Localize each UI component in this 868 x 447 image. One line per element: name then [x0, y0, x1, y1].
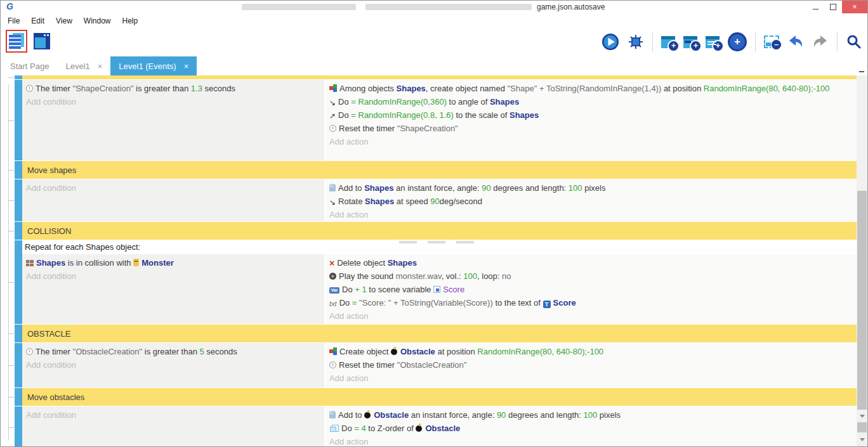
text-segment: "ObstacleCreation": [73, 347, 143, 356]
actions-column[interactable]: Add to Obstacle an instant force, angle:…: [324, 406, 857, 446]
tab-level1[interactable]: Level1×: [57, 56, 110, 75]
add-action-link[interactable]: Add action: [329, 309, 852, 323]
scrollbar-thumb-secondary[interactable]: [857, 422, 867, 432]
event-drag-bar[interactable]: [15, 161, 22, 179]
add-condition-link[interactable]: Add condition: [26, 358, 319, 372]
add-other-event-button[interactable]: +: [728, 32, 747, 51]
add-action-link[interactable]: Add action: [329, 435, 852, 446]
event-drag-bar[interactable]: [15, 388, 22, 406]
menu-help[interactable]: Help: [117, 16, 144, 25]
add-action-link[interactable]: Add action: [329, 208, 852, 221]
text-segment: at position: [661, 84, 704, 93]
scroll-down-button[interactable]: [857, 435, 867, 444]
actions-column[interactable]: ×Delete object ShapesPlay the sound mons…: [324, 254, 857, 324]
conditions-column[interactable]: The timer "ShapeCreation" is greater tha…: [22, 80, 324, 160]
add-sub-event-button[interactable]: +: [683, 36, 697, 48]
debug-button[interactable]: [628, 34, 644, 50]
condition-line[interactable]: The timer "ShapeCreation" is greater tha…: [26, 82, 319, 95]
close-tab-icon[interactable]: ×: [98, 62, 103, 71]
event-drag-bar[interactable]: [15, 75, 22, 79]
conditions-column[interactable]: Shapes is in collision with MonsterAdd c…: [22, 254, 324, 324]
scale-icon: ↗: [329, 112, 336, 120]
text-segment: monster.wav: [396, 271, 442, 281]
close-tab-icon[interactable]: ×: [184, 62, 189, 71]
vertical-scrollbar[interactable]: [857, 75, 867, 446]
action-line[interactable]: Add to Obstacle an instant force, angle:…: [329, 408, 852, 422]
actions-column[interactable]: Add to Shapes an instant force, angle: 9…: [324, 179, 857, 221]
text-segment: + 1: [355, 285, 366, 294]
actions-column[interactable]: Create object Obstacle at position Rando…: [324, 343, 857, 387]
text-segment: Delete object: [337, 258, 388, 268]
action-line[interactable]: Reset the timer "ObstacleCreation": [329, 358, 852, 372]
action-line[interactable]: Create object Obstacle at position Rando…: [329, 345, 852, 358]
actions-column[interactable]: Among objects Shapes, create object name…: [324, 80, 857, 160]
action-line[interactable]: Add to Shapes an instant force, angle: 9…: [329, 181, 852, 195]
add-event-button[interactable]: +: [661, 36, 675, 48]
action-line[interactable]: ↘Do = RandomInRange(0,360) to angle of S…: [329, 95, 852, 108]
undo-button[interactable]: [787, 34, 804, 50]
text-segment: RandomInRange(80, 640-80);-100: [704, 84, 830, 93]
text-segment: = 4: [354, 424, 365, 433]
timer-icon: [329, 361, 336, 368]
scrollbar-thumb[interactable]: [857, 191, 867, 410]
action-line[interactable]: Play the sound monster.wav, vol.: 100, l…: [329, 269, 852, 283]
preview-play-button[interactable]: [602, 33, 619, 51]
repeat-header[interactable]: Repeat for each Shapes object:: [22, 240, 857, 254]
event-drag-bar[interactable]: [15, 325, 22, 342]
conditions-column[interactable]: Add condition: [22, 406, 324, 446]
action-line[interactable]: VarDo + 1 to scene variable Score: [329, 283, 852, 296]
variable-icon: Var: [329, 287, 339, 294]
group-header: Move shapes: [15, 161, 857, 179]
project-manager-icon[interactable]: [9, 33, 24, 49]
action-line[interactable]: Reset the timer "ShapeCreation": [329, 122, 852, 135]
action-line[interactable]: ×Delete object Shapes: [329, 256, 852, 269]
text-segment: is greater than: [142, 347, 199, 356]
redo-button[interactable]: [812, 34, 829, 50]
search-button[interactable]: [846, 34, 862, 50]
minimize-button[interactable]: [806, 1, 824, 13]
action-line[interactable]: Do = 4 to Z-order of Obstacle: [329, 422, 852, 435]
action-line[interactable]: ↗Do = RandomInRange(0.8, 1.6) to the sca…: [329, 108, 852, 122]
event-drag-bar[interactable]: [15, 240, 22, 324]
add-condition-link[interactable]: Add condition: [26, 269, 319, 283]
add-comment-button[interactable]: +: [706, 36, 720, 48]
condition-line[interactable]: The timer "ObstacleCreation" is greater …: [26, 345, 319, 358]
scroll-down-button[interactable]: [857, 411, 867, 420]
add-condition-link[interactable]: Add condition: [26, 181, 319, 195]
event-drag-bar[interactable]: [15, 179, 22, 221]
app-window: G game.json.autosave × FileEditViewWindo…: [0, 0, 868, 447]
text-segment: , loop:: [477, 271, 502, 281]
text-segment: The timer: [36, 84, 73, 93]
text-segment: Shapes: [364, 183, 393, 193]
delete-event-button[interactable]: –: [764, 36, 779, 48]
tab-level1-events[interactable]: Level1 (Events)×: [110, 56, 197, 75]
action-line[interactable]: txtDo = "Score: " + ToString(Variable(Sc…: [329, 296, 852, 309]
close-button[interactable]: ×: [842, 1, 867, 13]
add-condition-link[interactable]: Add condition: [26, 95, 319, 108]
event-drag-bar[interactable]: [15, 343, 22, 387]
text-segment: "ShapeCreation": [397, 124, 458, 133]
tab-start-page[interactable]: Start Page: [2, 56, 57, 75]
add-action-link[interactable]: Add action: [329, 372, 852, 385]
menu-file[interactable]: File: [2, 16, 25, 25]
window-title: game.json.autosave: [537, 3, 605, 11]
action-line[interactable]: ↘Rotate Shapes at speed 90deg/second: [329, 195, 852, 208]
menu-window[interactable]: Window: [78, 16, 117, 25]
add-condition-link[interactable]: Add condition: [26, 408, 319, 422]
event-drag-bar[interactable]: [15, 80, 22, 160]
group-label: OBSTACLE: [27, 329, 70, 339]
conditions-column[interactable]: Add condition: [22, 179, 324, 221]
condition-line[interactable]: Shapes is in collision with Monster: [26, 256, 319, 269]
scene-editor-icon[interactable]: [34, 33, 50, 49]
maximize-button[interactable]: [824, 1, 842, 13]
text-segment: Obstacle: [425, 424, 460, 433]
text-segment: Shapes: [365, 197, 394, 206]
conditions-column[interactable]: The timer "ObstacleCreation" is greater …: [22, 343, 324, 387]
menu-edit[interactable]: Edit: [25, 16, 50, 25]
event-drag-bar[interactable]: [15, 406, 22, 446]
event-drag-bar[interactable]: [15, 222, 22, 240]
text-segment: 100: [569, 183, 582, 193]
add-action-link[interactable]: Add action: [329, 135, 852, 148]
action-line[interactable]: Among objects Shapes, create object name…: [329, 82, 852, 95]
menu-view[interactable]: View: [50, 16, 78, 25]
